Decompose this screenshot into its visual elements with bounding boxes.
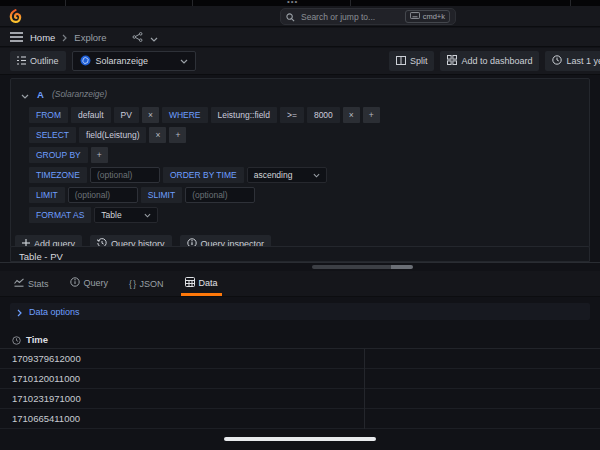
limit-row: LIMIT SLIMIT (29, 187, 589, 203)
grafana-explore-screen: ••• cmd+k Home (0, 0, 600, 450)
share-icon[interactable] (132, 28, 143, 46)
add-to-dashboard-label: Add to dashboard (461, 56, 532, 66)
chevron-down-icon (180, 56, 188, 66)
tab-json[interactable]: { } JSON (125, 279, 168, 296)
table-header-row: Time (0, 331, 600, 349)
group-by-row: GROUP BY + (29, 147, 589, 163)
influxdb-icon (80, 55, 91, 68)
clock-icon (552, 55, 562, 67)
from-row: FROM default PV × WHERE Leistung::field … (29, 107, 589, 123)
add-field-icon[interactable]: + (169, 127, 186, 143)
result-panel: Table - PV (10, 246, 590, 262)
cell-time: 1709379612000 (12, 353, 81, 364)
search-bar[interactable]: cmd+k (280, 8, 456, 25)
table-row[interactable]: 1710120011000 (0, 369, 600, 389)
format-as-value: Table (101, 210, 121, 220)
from-measurement-segment[interactable]: PV (114, 107, 139, 123)
tab-query-label: Query (84, 278, 109, 288)
cell-time: 1710665411000 (12, 413, 80, 424)
where-value-segment[interactable]: 8000 (307, 107, 340, 123)
chevron-down-icon (144, 210, 151, 220)
panel-title: Table - PV (11, 247, 589, 262)
split-button[interactable]: Split (389, 51, 435, 71)
limit-input[interactable] (68, 187, 138, 203)
shortcut-badge: cmd+k (405, 10, 450, 23)
query-datasource-hint: (Solaranzeige) (52, 89, 107, 99)
shortcut-label: cmd+k (423, 12, 445, 21)
apps-grid-icon (447, 55, 457, 67)
order-by-value: ascending (254, 170, 293, 180)
outline-icon (17, 56, 26, 67)
remove-icon[interactable]: × (142, 107, 159, 123)
chevron-right-icon (17, 303, 22, 321)
from-keyword: FROM (29, 107, 68, 123)
influxql-editor: FROM default PV × WHERE Leistung::field … (11, 107, 589, 223)
add-condition-icon[interactable]: + (363, 107, 380, 123)
format-as-select[interactable]: Table (94, 207, 158, 223)
chart-icon (14, 278, 24, 289)
search-input[interactable] (299, 11, 401, 23)
datasource-label: Solaranzeige (96, 56, 175, 66)
keyboard-icon (410, 12, 420, 21)
select-field-segment[interactable]: field(Leistung) (79, 127, 146, 143)
from-policy-segment[interactable]: default (71, 107, 111, 123)
query-ref-id[interactable]: A (37, 89, 44, 100)
remove-icon[interactable]: × (149, 127, 166, 143)
format-as-keyword: FORMAT AS (29, 207, 91, 223)
tab-stats-label: Stats (28, 279, 49, 289)
menu-toggle-icon[interactable] (10, 28, 23, 46)
format-as-row: FORMAT AS Table (29, 207, 589, 223)
time-range-label: Last 1 year (566, 56, 600, 66)
tab-data-label: Data (199, 278, 218, 288)
select-keyword: SELECT (29, 127, 76, 143)
slimit-keyword: SLIMIT (141, 187, 182, 203)
time-range-picker[interactable]: Last 1 year (545, 51, 600, 71)
order-by-select[interactable]: ascending (247, 167, 327, 183)
breadcrumb-separator-icon (62, 28, 67, 46)
add-to-dashboard-button[interactable]: Add to dashboard (440, 51, 539, 71)
cell-time: 1710231971000 (12, 393, 81, 404)
inspector-tabs: Stats Query { } JSON Data (0, 271, 600, 297)
column-header-time[interactable]: Time (26, 334, 48, 345)
tab-data[interactable]: Data (181, 277, 222, 296)
where-operator-segment[interactable]: >= (280, 107, 304, 123)
braces-icon: { } (129, 279, 136, 289)
query-editor-panel: A (Solaranzeige) FROM default PV × WHERE… (10, 78, 590, 248)
timezone-input[interactable] (90, 167, 160, 183)
table-row[interactable]: 1710665411000 (0, 409, 600, 429)
tab-json-label: JSON (140, 279, 164, 289)
breadcrumb-current[interactable]: Explore (74, 32, 106, 43)
data-options-toggle[interactable]: Data options (10, 303, 590, 320)
tab-query[interactable]: Query (66, 277, 113, 296)
inspector-drawer: Stats Query { } JSON Data (0, 262, 600, 450)
select-row: SELECT field(Leistung) × + (29, 127, 589, 143)
column-divider (364, 349, 365, 429)
order-by-time-keyword: ORDER BY TIME (163, 167, 244, 183)
timezone-row: TIMEZONE ORDER BY TIME ascending (29, 167, 589, 183)
drawer-resize-handle[interactable] (312, 265, 413, 269)
info-circle-icon (70, 277, 80, 289)
chevron-down-icon (313, 170, 320, 180)
outline-button[interactable]: Outline (10, 51, 66, 71)
top-nav: cmd+k (0, 6, 600, 27)
grafana-logo[interactable] (8, 9, 23, 24)
time-field-clock-icon (12, 331, 21, 349)
tab-stats[interactable]: Stats (10, 278, 53, 296)
datasource-picker[interactable]: Solaranzeige (72, 51, 196, 71)
outline-label: Outline (30, 56, 59, 66)
table-row[interactable]: 1710231971000 (0, 389, 600, 409)
collapse-chevron-icon[interactable] (21, 85, 29, 103)
search-icon (286, 8, 295, 26)
table-row[interactable]: 1709379612000 (0, 349, 600, 369)
chevron-down-icon[interactable] (150, 28, 158, 46)
add-group-by-icon[interactable]: + (91, 147, 108, 163)
breadcrumb-bar: Home Explore (0, 28, 600, 47)
where-key-segment[interactable]: Leistung::field (211, 107, 277, 123)
where-keyword: WHERE (162, 107, 208, 123)
split-label: Split (410, 56, 428, 66)
remove-icon[interactable]: × (343, 107, 360, 123)
breadcrumb-home[interactable]: Home (30, 32, 55, 43)
query-row-header[interactable]: A (Solaranzeige) (11, 79, 589, 107)
cell-time: 1710120011000 (12, 373, 80, 384)
slimit-input[interactable] (185, 187, 255, 203)
